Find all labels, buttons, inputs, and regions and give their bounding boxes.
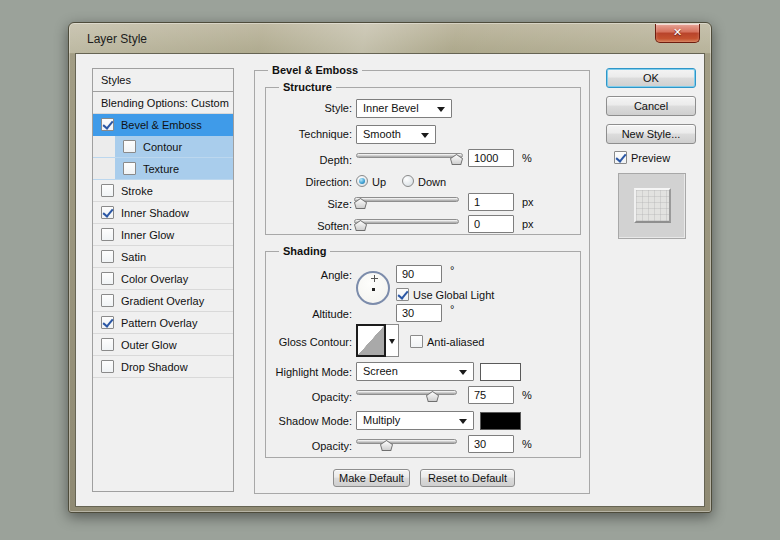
use-global-light-checkbox[interactable] xyxy=(396,288,409,301)
color-overlay-checkbox[interactable] xyxy=(101,272,114,285)
style-preview-thumbnail xyxy=(618,173,686,239)
highlight-mode-dropdown[interactable]: Screen xyxy=(356,362,474,381)
direction-down-label: Down xyxy=(418,176,446,188)
structure-group: Structure Style: Inner Bevel Technique: … xyxy=(265,87,581,235)
dropdown-arrow-icon xyxy=(459,370,467,375)
styles-list: Styles Blending Options: Custom Bevel & … xyxy=(92,68,234,492)
angle-marker-icon xyxy=(371,275,378,282)
sidebar-item-inner-shadow[interactable]: Inner Shadow xyxy=(93,202,233,224)
use-global-light-label: Use Global Light xyxy=(413,289,494,301)
outer-glow-checkbox[interactable] xyxy=(101,338,114,351)
cancel-button[interactable]: Cancel xyxy=(606,96,696,116)
highlight-opacity-slider[interactable] xyxy=(356,387,457,403)
shadow-color-swatch[interactable] xyxy=(480,412,521,430)
direction-up-label: Up xyxy=(372,176,386,188)
sidebar-item-texture[interactable]: Texture xyxy=(93,158,233,180)
pattern-overlay-checkbox[interactable] xyxy=(101,316,114,329)
soften-slider[interactable] xyxy=(354,216,459,232)
close-icon: ✕ xyxy=(673,26,682,39)
style-dropdown[interactable]: Inner Bevel xyxy=(356,99,452,118)
depth-slider[interactable] xyxy=(356,150,463,166)
bevel-emboss-checkbox[interactable] xyxy=(101,118,114,131)
shadow-opacity-slider[interactable] xyxy=(356,436,457,452)
new-style-button[interactable]: New Style... xyxy=(606,124,696,144)
sidebar-item-inner-glow[interactable]: Inner Glow xyxy=(93,224,233,246)
style-label: Style: xyxy=(266,102,352,114)
make-default-button[interactable]: Make Default xyxy=(333,469,410,487)
drop-shadow-checkbox[interactable] xyxy=(101,360,114,373)
angle-input[interactable] xyxy=(396,265,442,283)
sidebar-item-drop-shadow[interactable]: Drop Shadow xyxy=(93,356,233,378)
soften-input[interactable] xyxy=(468,215,514,233)
highlight-mode-label: Highlight Mode: xyxy=(266,366,352,378)
direction-up-radio[interactable] xyxy=(356,175,368,187)
sidebar-item-contour[interactable]: Contour xyxy=(93,136,233,158)
preview-swatch xyxy=(634,188,671,223)
size-slider[interactable] xyxy=(354,194,459,210)
ok-button[interactable]: OK xyxy=(606,68,696,88)
gloss-contour-picker[interactable] xyxy=(356,324,399,357)
contour-checkbox[interactable] xyxy=(123,140,136,153)
inner-glow-checkbox[interactable] xyxy=(101,228,114,241)
anti-aliased-label: Anti-aliased xyxy=(427,336,484,348)
preview-toggle[interactable]: Preview xyxy=(614,151,670,164)
close-button[interactable]: ✕ xyxy=(655,24,700,43)
highlight-color-swatch[interactable] xyxy=(480,363,521,381)
altitude-label: Altitude: xyxy=(266,308,352,320)
altitude-input[interactable] xyxy=(396,304,442,322)
preview-checkbox[interactable] xyxy=(614,151,627,164)
highlight-opacity-input[interactable] xyxy=(468,386,514,404)
reset-to-default-button[interactable]: Reset to Default xyxy=(420,469,515,487)
window-title: Layer Style xyxy=(87,32,147,46)
direction-down-radio[interactable] xyxy=(402,175,414,187)
direction-label: Direction: xyxy=(266,176,352,188)
stroke-checkbox[interactable] xyxy=(101,184,114,197)
technique-dropdown[interactable]: Smooth xyxy=(356,125,436,144)
gloss-contour-thumbnail[interactable] xyxy=(356,324,386,357)
size-label: Size: xyxy=(266,198,352,210)
sidebar-item-outer-glow[interactable]: Outer Glow xyxy=(93,334,233,356)
sidebar-item-blending-options[interactable]: Blending Options: Custom xyxy=(93,92,233,114)
gloss-contour-dropdown-arrow[interactable] xyxy=(386,324,399,357)
satin-checkbox[interactable] xyxy=(101,250,114,263)
sidebar-item-color-overlay[interactable]: Color Overlay xyxy=(93,268,233,290)
dropdown-arrow-icon xyxy=(437,107,445,112)
depth-label: Depth: xyxy=(266,154,352,166)
panel-title: Bevel & Emboss xyxy=(268,64,362,76)
styles-list-header: Styles xyxy=(93,69,233,92)
depth-input[interactable] xyxy=(468,149,514,167)
technique-label: Technique: xyxy=(266,128,352,140)
texture-checkbox[interactable] xyxy=(123,162,136,175)
dropdown-arrow-icon xyxy=(421,133,429,138)
sidebar-item-gradient-overlay[interactable]: Gradient Overlay xyxy=(93,290,233,312)
dropdown-arrow-icon xyxy=(459,419,467,424)
size-input[interactable] xyxy=(468,193,514,211)
sidebar-item-bevel-emboss[interactable]: Bevel & Emboss xyxy=(93,114,233,136)
sidebar-item-satin[interactable]: Satin xyxy=(93,246,233,268)
preview-label: Preview xyxy=(631,152,670,164)
dialog-body: Styles Blending Options: Custom Bevel & … xyxy=(75,53,705,507)
soften-label: Soften: xyxy=(266,220,352,232)
shadow-opacity-input[interactable] xyxy=(468,435,514,453)
angle-label: Angle: xyxy=(266,269,352,281)
sidebar-item-pattern-overlay[interactable]: Pattern Overlay xyxy=(93,312,233,334)
shadow-opacity-label: Opacity: xyxy=(266,440,352,452)
shading-group: Shading Angle: ° Use Global Light Altitu… xyxy=(265,251,581,458)
anti-aliased-checkbox[interactable] xyxy=(410,335,423,348)
dial-center-dot xyxy=(372,288,375,291)
gloss-contour-label: Gloss Contour: xyxy=(266,336,352,348)
shadow-mode-dropdown[interactable]: Multiply xyxy=(356,411,474,430)
titlebar[interactable]: Layer Style ✕ xyxy=(69,23,711,53)
highlight-opacity-label: Opacity: xyxy=(266,391,352,403)
shadow-mode-label: Shadow Mode: xyxy=(266,415,352,427)
bevel-emboss-panel: Bevel & Emboss Structure Style: Inner Be… xyxy=(254,70,590,494)
gradient-overlay-checkbox[interactable] xyxy=(101,294,114,307)
inner-shadow-checkbox[interactable] xyxy=(101,206,114,219)
angle-dial[interactable] xyxy=(356,271,390,305)
sidebar-item-stroke[interactable]: Stroke xyxy=(93,180,233,202)
layer-style-dialog: Layer Style ✕ Styles Blending Options: C… xyxy=(68,22,712,513)
